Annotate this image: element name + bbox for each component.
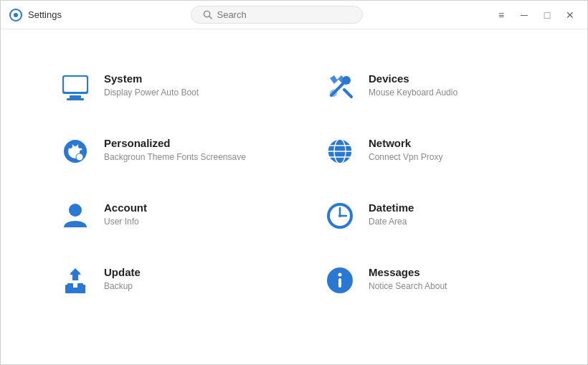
svg-point-30 [338, 214, 341, 217]
update-icon [58, 263, 93, 298]
svg-rect-34 [67, 283, 73, 293]
svg-point-25 [69, 204, 82, 217]
svg-point-18 [76, 153, 83, 161]
settings-item-messages[interactable]: Messages Notice Search About [308, 252, 544, 309]
info-icon [323, 263, 357, 298]
settings-item-update[interactable]: Update Backup [44, 252, 280, 309]
item-title-messages: Messages [369, 266, 447, 278]
tools-icon [323, 70, 357, 104]
palette-icon [58, 134, 93, 169]
item-title-account: Account [104, 202, 147, 214]
settings-item-network[interactable]: Network Connect Vpn Proxy [308, 123, 544, 180]
svg-point-14 [68, 144, 72, 148]
titlebar-left: Settings [9, 9, 62, 22]
item-subtitle-devices: Mouse Keyboard Audio [369, 87, 457, 98]
settings-grid: System Display Power Auto Boot Devices M… [1, 29, 587, 338]
svg-rect-5 [70, 95, 81, 98]
titlebar-right: ≡ ─ □ ✕ [493, 6, 579, 24]
item-title-update: Update [104, 266, 141, 278]
svg-rect-7 [64, 77, 87, 92]
app-title: Settings [28, 9, 62, 20]
titlebar: Settings ≡ ─ □ ✕ [1, 1, 587, 29]
item-text-system: System Display Power Auto Boot [104, 70, 199, 98]
monitor-icon [58, 70, 93, 104]
settings-item-devices[interactable]: Devices Mouse Keyboard Audio [308, 58, 544, 115]
item-title-personalized: Personalized [104, 137, 246, 149]
item-subtitle-account: User Info [104, 217, 147, 227]
menu-button[interactable]: ≡ [493, 6, 510, 24]
item-text-update: Update Backup [104, 263, 141, 291]
settings-item-personalized[interactable]: Personalized Backgroun Theme Fonts Scree… [44, 123, 280, 180]
item-title-devices: Devices [369, 72, 457, 85]
svg-rect-38 [338, 278, 341, 288]
svg-line-11 [344, 90, 351, 97]
item-text-messages: Messages Notice Search About [369, 263, 447, 291]
settings-item-system[interactable]: System Display Power Auto Boot [44, 58, 280, 115]
item-subtitle-messages: Notice Search About [369, 281, 447, 291]
close-button[interactable]: ✕ [561, 6, 579, 24]
clock-icon [323, 199, 357, 233]
svg-point-15 [73, 142, 77, 146]
svg-point-1 [14, 13, 18, 17]
svg-rect-6 [67, 98, 84, 100]
item-subtitle-update: Backup [104, 281, 141, 291]
item-text-datetime: Datetime Date Area [369, 199, 414, 227]
globe-icon [323, 134, 357, 169]
svg-point-10 [330, 90, 337, 97]
item-subtitle-network: Connect Vpn Proxy [369, 152, 442, 162]
person-icon [58, 199, 93, 233]
item-text-devices: Devices Mouse Keyboard Audio [369, 70, 457, 98]
svg-point-39 [338, 273, 342, 277]
item-text-account: Account User Info [104, 199, 147, 227]
item-title-network: Network [369, 137, 442, 149]
search-bar[interactable] [191, 6, 363, 24]
svg-rect-36 [72, 288, 78, 293]
app-icon [9, 9, 22, 22]
item-text-network: Network Connect Vpn Proxy [369, 134, 442, 162]
item-subtitle-system: Display Power Auto Boot [104, 87, 199, 98]
svg-point-16 [78, 144, 82, 148]
minimize-button[interactable]: ─ [516, 6, 533, 24]
item-subtitle-datetime: Date Area [369, 217, 414, 227]
item-title-system: System [104, 72, 199, 85]
settings-item-account[interactable]: Account User Info [44, 187, 280, 245]
svg-rect-35 [77, 283, 83, 293]
maximize-button[interactable]: □ [539, 6, 556, 24]
settings-item-datetime[interactable]: Datetime Date Area [308, 187, 544, 245]
svg-line-3 [209, 16, 212, 19]
titlebar-center [62, 6, 493, 24]
search-input[interactable] [217, 9, 346, 20]
item-title-datetime: Datetime [369, 202, 414, 214]
item-text-personalized: Personalized Backgroun Theme Fonts Scree… [104, 134, 246, 162]
item-subtitle-personalized: Backgroun Theme Fonts Screensave [104, 152, 246, 162]
search-icon [203, 10, 212, 19]
